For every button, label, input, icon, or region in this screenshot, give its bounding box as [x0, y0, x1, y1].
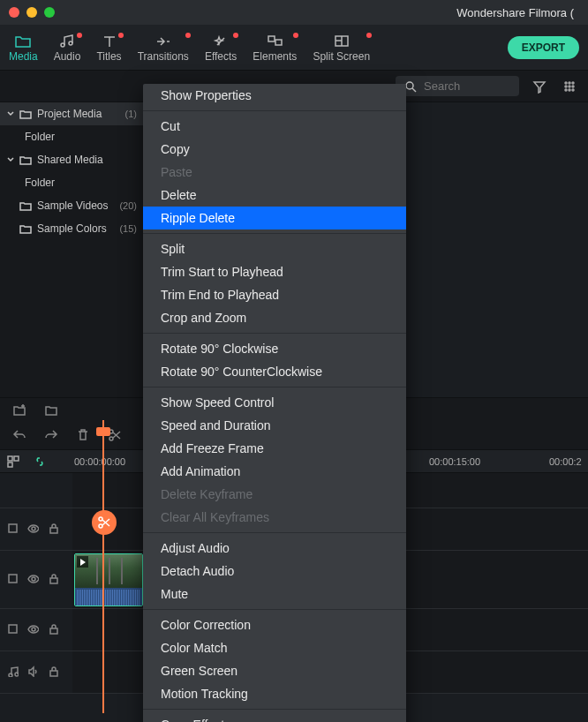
ctx-freeze-frame[interactable]: Add Freeze Frame [143, 437, 406, 460]
ctx-copy[interactable]: Copy [143, 138, 406, 161]
grid-view-button[interactable] [560, 77, 579, 96]
ctx-trim-start[interactable]: Trim Start to Playhead [143, 260, 406, 283]
delete-button[interactable] [76, 428, 90, 445]
tab-audio[interactable]: Audio [54, 33, 81, 63]
notification-dot [293, 33, 298, 38]
track-lock-button[interactable] [48, 523, 59, 537]
search-input[interactable] [424, 79, 503, 93]
tab-effects[interactable]: Effects [205, 33, 237, 63]
ctx-add-animation[interactable]: Add Animation [143, 460, 406, 483]
ctx-copy-effects[interactable]: Copy Effects [143, 713, 406, 722]
track-visibility-button[interactable] [27, 573, 39, 587]
grid-icon [562, 79, 577, 94]
ctx-mute[interactable]: Mute [143, 583, 406, 605]
split-screen-icon [333, 33, 351, 49]
svg-rect-18 [14, 456, 19, 461]
clip-play-indicator [77, 556, 88, 568]
svg-rect-31 [50, 671, 57, 676]
tab-elements[interactable]: Elements [253, 33, 297, 63]
track-lock-button[interactable] [48, 623, 59, 637]
track-mute-button[interactable] [27, 666, 39, 680]
track-visibility-button[interactable] [27, 523, 39, 537]
track-lock-button[interactable] [48, 573, 59, 587]
ctx-crop-zoom[interactable]: Crop and Zoom [143, 306, 406, 329]
tab-media[interactable]: Media [9, 33, 38, 63]
sidebar-item-sample-colors[interactable]: Sample Colors (15) [0, 217, 144, 240]
undo-button[interactable] [12, 428, 26, 445]
svg-point-13 [569, 89, 570, 91]
playhead-scissor-button[interactable] [92, 510, 117, 535]
ctx-speed-control[interactable]: Show Speed Control [143, 391, 406, 414]
ctx-detach-audio[interactable]: Detach Audio [143, 560, 406, 583]
new-folder-button[interactable] [12, 402, 26, 419]
sidebar-item-shared-media[interactable]: Shared Media [0, 148, 144, 171]
playhead-handle[interactable] [96, 427, 110, 436]
ctx-delete[interactable]: Delete [143, 184, 406, 207]
main-tabs: Media Audio Titles Transitions Effects E… [0, 25, 588, 71]
ctx-color-correction[interactable]: Color Correction [143, 613, 406, 636]
maximize-window-button[interactable] [44, 7, 55, 18]
item-count: (20) [119, 200, 137, 211]
tab-split-screen[interactable]: Split Screen [313, 33, 370, 63]
track-toggle-button[interactable] [7, 623, 19, 637]
square-icon [7, 573, 19, 584]
track-lock-button[interactable] [48, 666, 59, 680]
sidebar-item-project-media[interactable]: Project Media (1) [0, 102, 144, 125]
playhead-line[interactable] [102, 420, 104, 713]
ctx-green-screen[interactable]: Green Screen [143, 659, 406, 682]
notification-dot [118, 33, 124, 38]
track-music-button[interactable] [7, 666, 19, 680]
tab-transitions[interactable]: Transitions [138, 33, 189, 63]
ctx-color-match[interactable]: Color Match [143, 636, 406, 659]
ctx-motion-tracking[interactable]: Motion Tracking [143, 682, 406, 705]
ctx-adjust-audio[interactable]: Adjust Audio [143, 537, 406, 560]
export-button[interactable]: EXPORT [508, 36, 579, 59]
tab-label: Audio [54, 50, 81, 63]
item-count: (15) [119, 223, 137, 234]
svg-rect-20 [9, 524, 17, 532]
redo-icon [44, 428, 58, 442]
sidebar-item-folder[interactable]: Folder [0, 171, 144, 194]
redo-button[interactable] [44, 428, 58, 445]
ctx-trim-end[interactable]: Trim End to Playhead [143, 283, 406, 306]
timeline-link-button[interactable] [26, 455, 53, 468]
undo-icon [12, 428, 26, 442]
ctx-ripple-delete[interactable]: Ripple Delete [143, 207, 406, 229]
folder-icon [44, 402, 58, 417]
ctx-rotate-cw[interactable]: Rotate 90° Clockwise [143, 337, 406, 360]
music-icon [7, 666, 19, 677]
search-icon [404, 80, 417, 93]
folder-plus-icon [12, 402, 26, 417]
ctx-cut[interactable]: Cut [143, 115, 406, 138]
lock-icon [48, 523, 59, 534]
folder-button[interactable] [44, 402, 58, 419]
timeline-tool-button[interactable] [0, 455, 26, 468]
filter-button[interactable] [530, 77, 549, 96]
track-toggle-button[interactable] [7, 523, 19, 537]
sidebar-item-folder[interactable]: Folder [0, 125, 144, 148]
video-clip[interactable] [74, 553, 143, 606]
eye-icon [27, 573, 39, 584]
window-controls [9, 7, 55, 18]
track-header [0, 623, 72, 637]
eye-icon [27, 623, 39, 635]
tab-titles[interactable]: Titles [96, 33, 121, 63]
ctx-split[interactable]: Split [143, 237, 406, 260]
sidebar-item-sample-videos[interactable]: Sample Videos (20) [0, 194, 144, 217]
close-window-button[interactable] [9, 7, 19, 18]
track-header [0, 666, 72, 680]
minimize-window-button[interactable] [26, 7, 37, 18]
titlebar: Wondershare Filmora ( [0, 0, 588, 25]
trash-icon [76, 428, 90, 442]
effects-icon [212, 33, 230, 49]
svg-point-27 [32, 628, 35, 631]
search-box[interactable] [396, 76, 519, 96]
svg-point-32 [99, 517, 102, 521]
track-visibility-button[interactable] [27, 623, 39, 637]
ctx-rotate-ccw[interactable]: Rotate 90° CounterClockwise [143, 360, 406, 383]
ctx-speed-duration[interactable]: Speed and Duration [143, 414, 406, 437]
ctx-show-properties[interactable]: Show Properties [143, 84, 406, 107]
ctx-paste: Paste [143, 161, 406, 184]
track-toggle-button[interactable] [7, 573, 19, 587]
svg-point-10 [569, 86, 570, 87]
